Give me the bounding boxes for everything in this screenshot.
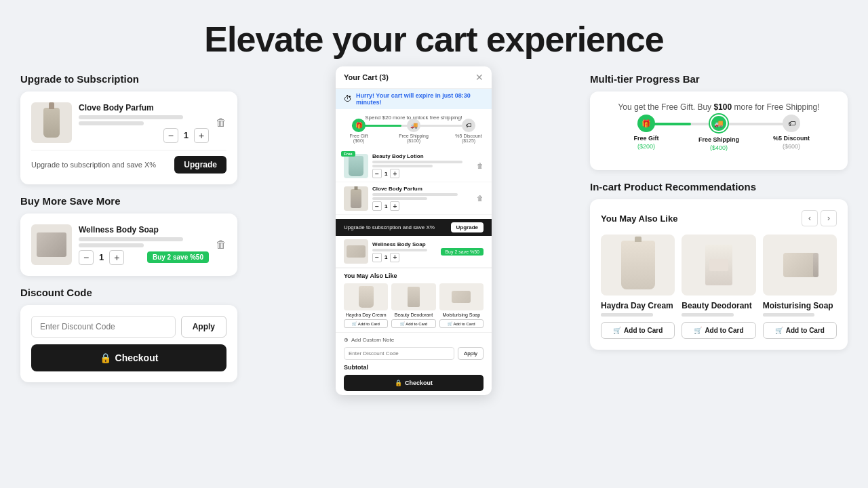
- reco-next-btn[interactable]: ›: [821, 210, 837, 226]
- add-note-btn[interactable]: ⊕ Add Custom Note: [344, 337, 484, 343]
- prog-label-discount: %5 Discount($125): [455, 134, 481, 143]
- upgrade-qty-increase[interactable]: +: [194, 128, 209, 143]
- reco-line-3: [763, 313, 815, 317]
- buy-more-line1: [79, 237, 183, 241]
- progress-bar-title: Multi-tier Progress Bar: [590, 73, 848, 85]
- cart-item-info-1: Beauty Body Lotion − 1 +: [372, 153, 473, 178]
- cart-item-line3: [372, 193, 458, 196]
- cart-apply-button[interactable]: Apply: [458, 347, 484, 360]
- reco-add-btn-1[interactable]: 🛒 Add to Card: [601, 322, 675, 339]
- recommendations-title: In-cart Product Recommendations: [590, 181, 848, 192]
- cart-icon-3: 🛒: [775, 327, 783, 334]
- free-badge: Free: [341, 151, 355, 157]
- prog-icon-gift: 🎁 Free Gift($60): [352, 119, 366, 132]
- subtotal-label: Subtotal: [344, 364, 368, 371]
- bpi-free-shipping: 🚚 Free Shipping ($400): [710, 115, 728, 132]
- section-label-discount: Discount Code Apply 🔒 Checkout: [20, 287, 237, 382]
- bpi-free-shipping-sublabel: ($400): [710, 144, 728, 151]
- reco-header: You May Also Like ‹ ›: [601, 210, 837, 226]
- buy-more-product-row: Wellness Body Soap − 1 + Buy 2 save %50 …: [31, 224, 226, 265]
- cart-discount-input[interactable]: [344, 347, 454, 360]
- buy-more-product-info: Wellness Body Soap − 1 + Buy 2 save %50: [79, 225, 209, 265]
- cart-item-increase-3[interactable]: +: [390, 253, 399, 262]
- reco-add-label-1: Add to Card: [624, 327, 663, 334]
- reco-add-btn-2[interactable]: 🛒 Add to Card: [682, 322, 755, 339]
- cart-discount-row: Apply: [344, 347, 484, 360]
- buy-more-qty-increase[interactable]: +: [109, 250, 124, 265]
- you-may-like-header: You May Also Like: [601, 214, 677, 224]
- yml-add-btn-3[interactable]: 🛒 Add to Card: [439, 319, 484, 328]
- cart-items-list: Free Beauty Body Lotion − 1 + 🗑: [336, 146, 492, 219]
- apply-button[interactable]: Apply: [181, 316, 226, 338]
- reco-add-btn-3[interactable]: 🛒 Add to Card: [763, 322, 837, 339]
- buy-more-qty-decrease[interactable]: −: [79, 250, 94, 265]
- yml-add-btn-2[interactable]: 🛒 Add to Card: [391, 319, 435, 328]
- timer-icon: ⏱: [344, 94, 352, 104]
- section-label-upgrade: Upgrade to Subscription Clove Body Parfu…: [20, 73, 237, 184]
- buy-more-qty-value: 1: [99, 252, 104, 262]
- cart-close-icon[interactable]: ✕: [475, 72, 484, 83]
- buy-more-cart-badge: Buy 2 save %50: [441, 248, 484, 256]
- yml-name-2: Beauty Deodorant: [391, 312, 435, 317]
- yml-add-btn-1[interactable]: 🛒 Add to Card: [344, 319, 388, 328]
- cart-item-decrease-1[interactable]: −: [372, 169, 382, 178]
- cart-item-qty-3: − 1 +: [372, 253, 437, 262]
- upgrade-section-title: Upgrade to Subscription: [20, 73, 237, 85]
- checkout-label: Checkout: [115, 352, 159, 363]
- cart-item-trash-1[interactable]: 🗑: [477, 162, 484, 169]
- cart-icon-1: 🛒: [613, 327, 621, 334]
- reco-add-label-3: Add to Card: [786, 327, 825, 334]
- upgrade-product-name: Clove Body Parfum: [79, 103, 209, 113]
- cart-item-image-3: [344, 239, 368, 264]
- cart-item-info-2: Clove Body Parfum − 1 +: [372, 186, 473, 211]
- prog-icon-discount: 🏷 %5 Discount($125): [462, 119, 475, 132]
- cart-header: Your Cart (3) ✕: [336, 66, 492, 89]
- prog-label-gift: Free Gift($60): [349, 134, 368, 143]
- soap-image-inner: [37, 232, 66, 257]
- plus-circle-icon: ⊕: [344, 337, 349, 343]
- cart-item-increase-2[interactable]: +: [390, 201, 399, 211]
- right-column: Multi-tier Progress Bar You get the Free…: [590, 73, 848, 395]
- cart-item-qty-2: − 1 +: [372, 201, 473, 211]
- cart-item-trash-2[interactable]: 🗑: [477, 195, 484, 202]
- yml-name-1: Haydra Day Cream: [344, 312, 388, 317]
- buy-more-product-image: [31, 224, 72, 265]
- reco-image-2: [682, 235, 755, 296]
- reco-image-1: [601, 235, 675, 296]
- buy-more-qty-control: − 1 + Buy 2 save %50: [79, 250, 209, 265]
- cart-item-name-3: Wellness Body Soap: [372, 241, 437, 247]
- left-column: Upgrade to Subscription Clove Body Parfu…: [20, 73, 237, 395]
- cart-item-qty-val-3: 1: [384, 254, 387, 260]
- prog-label-shipping: Free Shipping($100): [399, 134, 429, 143]
- cart-item-name-1: Beauty Body Lotion: [372, 153, 473, 159]
- reco-prev-btn[interactable]: ‹: [802, 210, 818, 226]
- cart-upgrade-button[interactable]: Upgrade: [451, 222, 484, 232]
- yml-image-1: [344, 283, 388, 310]
- checkout-button[interactable]: 🔒 Checkout: [31, 344, 226, 371]
- upgrade-qty-decrease[interactable]: −: [163, 128, 178, 143]
- upgrade-button[interactable]: Upgrade: [174, 156, 226, 174]
- discount-code-input[interactable]: [31, 316, 176, 338]
- you-may-like-items: Haydra Day Cream 🛒 Add to Card Beauty De…: [344, 283, 484, 328]
- cart-checkout-button[interactable]: 🔒 Checkout: [344, 375, 484, 391]
- cart-item-line1: [372, 161, 462, 163]
- reco-item-1: Haydra Day Cream 🛒 Add to Card: [601, 235, 675, 339]
- bpi-free-gift-label: Free Gift: [633, 135, 658, 142]
- recommendations-section: In-cart Product Recommendations You May …: [590, 181, 848, 350]
- add-note-label: Add Custom Note: [351, 337, 394, 343]
- upgrade-trash-icon[interactable]: 🗑: [216, 117, 226, 129]
- cart-item-decrease-2[interactable]: −: [372, 201, 382, 211]
- discount-section-title: Discount Code: [20, 287, 237, 298]
- lock-icon-mini: 🔒: [395, 380, 402, 386]
- cart-item-increase-1[interactable]: +: [390, 169, 399, 178]
- reco-items-list: Haydra Day Cream 🛒 Add to Card: [601, 235, 837, 339]
- cart-item-image-1: [344, 154, 368, 178]
- reco-add-label-2: Add to Card: [705, 327, 743, 334]
- cart-item-decrease-3[interactable]: −: [372, 253, 382, 262]
- reco-image-3: [763, 235, 837, 296]
- cart-item-qty-val-2: 1: [384, 203, 387, 209]
- big-progress-track: 🎁 Free Gift ($200) 🚚 Free Shipping ($400…: [637, 123, 800, 125]
- reco-name-2: Beauty Deodorant: [682, 301, 755, 310]
- cart-item-line5: [372, 249, 427, 251]
- buy-more-trash-icon[interactable]: 🗑: [216, 239, 226, 251]
